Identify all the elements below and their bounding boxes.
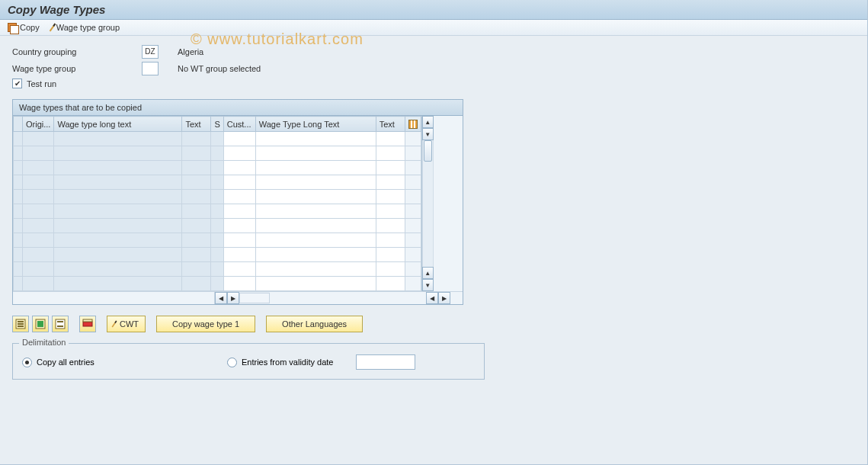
wage-type-group-input[interactable] (142, 62, 159, 75)
toolbar: Copy Wage type group (0, 20, 868, 36)
table-row[interactable] (14, 161, 421, 175)
scroll-down-button[interactable]: ▼ (422, 279, 434, 291)
svg-rect-5 (37, 321, 43, 327)
test-run-checkbox[interactable]: ✔ (12, 79, 22, 88)
copy-button[interactable]: Copy (8, 23, 40, 32)
wage-type-group-button[interactable]: Wage type group (52, 23, 120, 32)
vertical-scrollbar[interactable]: ▲ ▼ ▲ ▼ (421, 116, 434, 291)
svg-rect-2 (18, 323, 24, 325)
svg-rect-1 (18, 321, 24, 322)
table-row[interactable] (14, 219, 421, 233)
test-run-label: Test run (27, 79, 56, 88)
col-config[interactable] (405, 117, 421, 132)
hscroll-left-back[interactable]: ◀ (215, 292, 227, 304)
page-title-text: Copy Wage Types (8, 3, 105, 16)
deselect-all-button[interactable] (52, 316, 69, 332)
hscroll-right[interactable]: ◀ ▶ (426, 292, 450, 304)
select-block-button[interactable] (32, 316, 49, 332)
entries-from-radio[interactable] (227, 358, 237, 367)
scroll-down-step-button[interactable]: ▼ (422, 128, 434, 140)
cwt-button-label: CWT (120, 319, 139, 329)
hscroll-left-track[interactable] (239, 293, 270, 303)
country-grouping-label: Country grouping (12, 47, 142, 56)
col-text-2[interactable]: Text (376, 117, 405, 132)
horizontal-scroll-row: ◀ ▶ ◀ ▶ (13, 291, 463, 304)
col-origi[interactable]: Origi... (23, 117, 54, 132)
svg-rect-7 (57, 321, 63, 322)
svg-rect-8 (57, 326, 63, 327)
select-block-icon (35, 319, 46, 329)
country-grouping-input[interactable]: DZ (142, 45, 159, 59)
delete-row-button[interactable] (79, 316, 96, 332)
delete-row-icon (82, 319, 93, 329)
col-text[interactable]: Text (182, 117, 211, 132)
wage-types-table[interactable]: Origi... Wage type long text Text S Cust… (13, 116, 421, 291)
svg-rect-6 (56, 319, 65, 329)
wage-type-group-button-label: Wage type group (56, 23, 120, 32)
table-row[interactable] (14, 277, 421, 291)
svg-rect-10 (83, 319, 92, 322)
wage-type-group-row: Wage type group No WT group selected (12, 62, 856, 75)
svg-rect-3 (18, 326, 24, 327)
table-row[interactable] (14, 175, 421, 190)
select-all-icon (15, 319, 26, 329)
entries-from-label: Entries from validity date (242, 358, 333, 367)
table-corner[interactable] (14, 117, 23, 132)
hscroll-left[interactable]: ◀ ▶ (215, 292, 270, 304)
table-config-icon (408, 120, 418, 129)
hscroll-right-fwd[interactable]: ▶ (438, 292, 450, 304)
hscroll-left-fwd[interactable]: ▶ (227, 292, 239, 304)
delimitation-group: Delimitation Copy all entries Entries fr… (12, 343, 485, 380)
scroll-thumb[interactable] (424, 140, 432, 162)
col-cust[interactable]: Cust... (223, 117, 255, 132)
select-all-button[interactable] (12, 316, 29, 332)
table-row[interactable] (14, 146, 421, 161)
scroll-up-step-button[interactable]: ▲ (422, 267, 434, 279)
other-languages-label: Other Languages (282, 319, 347, 329)
col-wage-type-long-text-2[interactable]: Wage Type Long Text (255, 117, 376, 132)
table-row[interactable] (14, 248, 421, 262)
table-row[interactable] (14, 132, 421, 146)
copy-all-label: Copy all entries (37, 358, 227, 367)
col-wage-type-long-text[interactable]: Wage type long text (54, 117, 182, 132)
col-s[interactable]: S (211, 117, 223, 132)
page-title: Copy Wage Types (0, 0, 868, 20)
table-row[interactable] (14, 262, 421, 277)
scroll-up-button[interactable]: ▲ (422, 116, 434, 128)
copy-wage-type-button[interactable]: Copy wage type 1 (156, 316, 255, 332)
pencil-icon (49, 24, 56, 32)
table-row[interactable] (14, 190, 421, 204)
hscroll-right-back[interactable]: ◀ (426, 292, 438, 304)
wage-types-panel-title: Wage types that are to be copied (13, 100, 463, 116)
action-row: CWT Copy wage type 1 Other Languages (12, 316, 856, 332)
country-grouping-text: Algeria (178, 47, 203, 56)
wage-type-group-text: No WT group selected (178, 64, 261, 73)
table-row[interactable] (14, 233, 421, 248)
other-languages-button[interactable]: Other Languages (266, 316, 363, 332)
copy-wage-type-label: Copy wage type 1 (172, 319, 239, 329)
copy-icon (8, 23, 17, 32)
copy-button-label: Copy (20, 23, 40, 32)
deselect-all-icon (55, 319, 66, 329)
table-row[interactable] (14, 204, 421, 219)
delimitation-legend: Delimitation (19, 338, 69, 347)
wage-types-panel: Wage types that are to be copied Origi..… (12, 99, 463, 305)
country-grouping-row: Country grouping DZ Algeria (12, 45, 856, 59)
svg-rect-9 (83, 322, 92, 326)
pencil-icon (112, 321, 117, 328)
scroll-track[interactable] (422, 140, 434, 267)
wage-type-group-label: Wage type group (12, 64, 142, 73)
test-run-row: ✔ Test run (12, 79, 856, 88)
cwt-button[interactable]: CWT (107, 316, 146, 332)
validity-date-input[interactable] (356, 354, 415, 370)
copy-all-radio[interactable] (22, 358, 32, 367)
